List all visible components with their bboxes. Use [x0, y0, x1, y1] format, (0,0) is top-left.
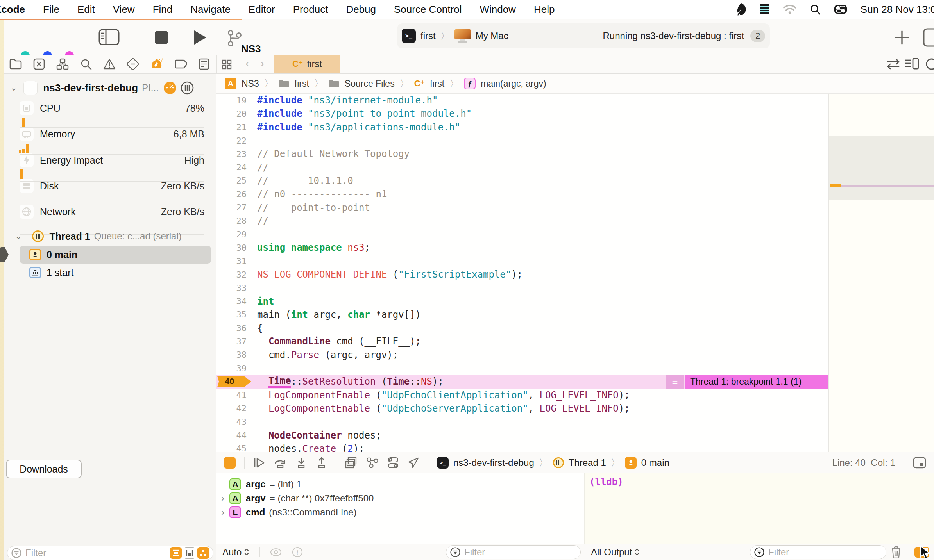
debug-crumb[interactable]: ns3-dev-first-debug	[453, 457, 534, 468]
code-line-26[interactable]: 26// n0 -------------- n1	[216, 187, 828, 201]
inspector-toggle-icon[interactable]	[923, 28, 934, 47]
project-navigator-icon[interactable]	[9, 58, 22, 70]
menu-item-help[interactable]: Help	[534, 4, 555, 16]
keyboard-layout-icon[interactable]	[760, 3, 770, 16]
line-number[interactable]: 29	[216, 230, 257, 239]
library-add-icon[interactable]	[893, 29, 911, 46]
code-line-29[interactable]: 29	[216, 228, 828, 241]
quill-app-icon[interactable]	[736, 3, 746, 16]
menu-item-window[interactable]: Window	[480, 4, 515, 16]
variable-row-argc[interactable]: Aargc= (int) 1	[216, 477, 584, 491]
menu-item-source-control[interactable]: Source Control	[394, 4, 462, 16]
gauge-row-network[interactable]: NetworkZero KB/s	[4, 203, 216, 221]
menu-item-xcode[interactable]: Xcode	[0, 4, 25, 16]
code-line-21[interactable]: 21#include "ns3/applications-module.h"	[216, 121, 828, 134]
debug-crumb[interactable]: 0 main	[641, 457, 669, 468]
debug-breadcrumb[interactable]: >_ns3-dev-first-debug〉Thread 1〉0 main	[437, 457, 669, 469]
console-filter-field[interactable]: Filter	[750, 545, 886, 559]
show-stack-depth-button[interactable]	[184, 547, 195, 559]
sidebar-filter-field[interactable]: Filter	[7, 546, 213, 560]
variable-row-argv[interactable]: ›Aargv= (char **) 0x7ffeefbff500	[216, 491, 584, 505]
jumpbar-item[interactable]: first	[430, 78, 444, 89]
code-line-19[interactable]: 19#include "ns3/internet-module.h"	[216, 94, 828, 107]
line-number[interactable]: 35	[216, 310, 257, 319]
clear-console-trash-icon[interactable]	[891, 546, 902, 558]
breakpoint-marker[interactable]: 40	[216, 376, 251, 387]
menu-item-debug[interactable]: Debug	[346, 4, 376, 16]
source-editor[interactable]: 19#include "ns3/internet-module.h"20#inc…	[216, 94, 828, 452]
adjust-editor-icon[interactable]	[913, 456, 926, 469]
stop-button[interactable]	[155, 31, 168, 44]
gauge-row-cpu[interactable]: CPU78%	[4, 99, 216, 117]
gauge-row-disk[interactable]: DiskZero KB/s	[4, 177, 216, 195]
menu-clock[interactable]: Sun 28 Nov 13:06	[861, 4, 934, 16]
line-number[interactable]: 43	[216, 417, 257, 427]
run-button[interactable]	[193, 30, 207, 45]
line-number[interactable]: 42	[216, 403, 257, 413]
menu-item-view[interactable]: View	[113, 4, 135, 16]
issue-navigator-icon[interactable]	[103, 58, 116, 70]
code-line-23[interactable]: 23// Default Network Topology	[216, 147, 828, 161]
variables-scope-selector[interactable]: Auto	[222, 547, 249, 558]
line-number[interactable]: 34	[216, 296, 257, 306]
report-navigator-icon[interactable]	[199, 58, 209, 70]
code-line-27[interactable]: 27// point-to-point	[216, 201, 828, 214]
line-number[interactable]: 24	[216, 162, 257, 172]
variables-view[interactable]: Aargc= (int) 1›Aargv= (char **) 0x7ffeef…	[216, 473, 584, 544]
stack-frame-0-main[interactable]: 0 main	[4, 246, 216, 264]
code-line-33[interactable]: 33	[216, 281, 828, 294]
scheme-and-activity-pill[interactable]: >_ first 〉 My Mac Running ns3-dev-first-…	[397, 23, 770, 48]
code-line-44[interactable]: 44 NodeContainer nodes;	[216, 428, 828, 442]
step-out-button[interactable]	[316, 457, 327, 469]
line-number[interactable]: 31	[216, 256, 257, 266]
jumpbar-item[interactable]: NS3	[242, 78, 259, 89]
show-debug-gauges-button[interactable]	[170, 547, 182, 559]
forward-chevron-icon[interactable]: ›	[260, 57, 264, 70]
code-line-20[interactable]: 20#include "ns3/point-to-point-module.h"	[216, 107, 828, 120]
line-number[interactable]: 30	[216, 243, 257, 253]
breakpoints-toggle-button[interactable]	[224, 457, 236, 469]
line-number[interactable]: 37	[216, 337, 257, 346]
line-number[interactable]: 28	[216, 216, 257, 226]
toggle-navigator-icon[interactable]	[98, 29, 120, 45]
line-number[interactable]: 39	[216, 364, 257, 373]
line-number[interactable]: 33	[216, 283, 257, 293]
variable-row-cmd[interactable]: ›Lcmd(ns3::CommandLine)	[216, 505, 584, 519]
breakpoint-hit-badge[interactable]: Thread 1: breakpoint 1.1 (1)	[685, 375, 828, 388]
show-only-variables-icon[interactable]	[270, 548, 282, 556]
code-line-24[interactable]: 24//	[216, 161, 828, 174]
menu-item-editor[interactable]: Editor	[249, 4, 275, 16]
menu-item-edit[interactable]: Edit	[77, 4, 95, 16]
code-line-40[interactable]: 40 Time::SetResolution (Time::NS);≡Threa…	[216, 375, 828, 388]
line-number[interactable]: 26	[216, 189, 257, 199]
code-line-35[interactable]: 35main (int argc, char *argv[])	[216, 308, 828, 321]
code-line-38[interactable]: 38 cmd.Parse (argc, argv);	[216, 348, 828, 362]
line-number[interactable]: 44	[216, 430, 257, 440]
code-line-39[interactable]: 39	[216, 362, 828, 375]
jumpbar-item[interactable]: first	[295, 78, 309, 89]
wifi-icon[interactable]	[783, 4, 796, 14]
disclosure-chevron-icon[interactable]: ›	[216, 507, 229, 518]
control-center-icon[interactable]	[834, 5, 847, 14]
code-line-25[interactable]: 25// 10.1.1.0	[216, 174, 828, 187]
symbol-navigator-icon[interactable]	[56, 58, 69, 70]
disclosure-chevron-icon[interactable]: ›	[216, 493, 229, 504]
scheme-name[interactable]: first	[420, 30, 436, 41]
quicklook-info-icon[interactable]: i	[292, 547, 303, 558]
stack-frame-1-start[interactable]: 1 start	[4, 264, 216, 282]
code-line-32[interactable]: 32NS_LOG_COMPONENT_DEFINE ("FirstScriptE…	[216, 268, 828, 281]
show-running-blocks-button[interactable]	[197, 547, 209, 559]
disclosure-chevron-icon[interactable]: ⌄	[10, 83, 17, 93]
line-number[interactable]: 27	[216, 203, 257, 212]
related-items-icon[interactable]	[222, 59, 233, 70]
editor-options-icon[interactable]	[904, 58, 920, 70]
code-line-37[interactable]: 37 CommandLine cmd (__FILE__);	[216, 335, 828, 348]
menu-item-find[interactable]: Find	[153, 4, 173, 16]
code-line-45[interactable]: 45 nodes.Create (2);	[216, 442, 828, 452]
destination-name[interactable]: My Mac	[476, 30, 508, 41]
tab-first[interactable]: C⁺ first	[274, 55, 340, 73]
downloads-button[interactable]: Downloads	[6, 460, 82, 478]
code-line-22[interactable]: 22	[216, 134, 828, 147]
code-line-34[interactable]: 34int	[216, 294, 828, 308]
console-view[interactable]: (lldb)	[584, 473, 934, 544]
